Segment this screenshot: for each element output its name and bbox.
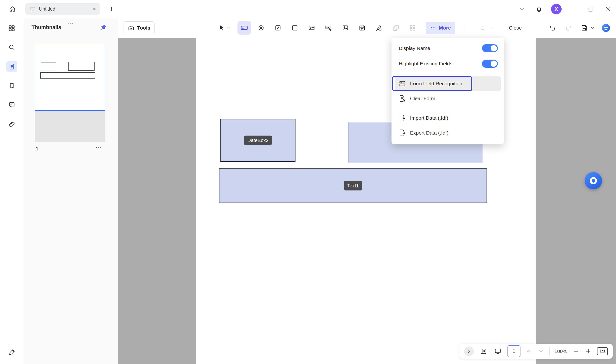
expand-statusbar-button[interactable] bbox=[464, 346, 474, 356]
presentation-mode-button[interactable] bbox=[493, 346, 503, 356]
toolbar-right-group bbox=[548, 23, 611, 33]
text-field-tool-button[interactable] bbox=[238, 21, 251, 35]
field-name-badge: Text1 bbox=[344, 181, 362, 191]
menu-item-label: Import Data (.fdf) bbox=[410, 115, 448, 121]
display-name-toggle[interactable] bbox=[482, 44, 498, 52]
home-button[interactable] bbox=[6, 3, 18, 15]
menu-divider bbox=[392, 108, 504, 108]
checkbox-tool-button[interactable] bbox=[271, 21, 285, 35]
restore-icon bbox=[588, 6, 594, 12]
next-page-button bbox=[537, 346, 545, 356]
save-button[interactable] bbox=[579, 23, 589, 33]
signature-field-tool-button[interactable] bbox=[372, 21, 386, 35]
field-list-panel-button[interactable] bbox=[479, 346, 488, 356]
account-avatar[interactable]: X bbox=[551, 4, 562, 14]
checkbox-icon bbox=[274, 24, 281, 31]
combo-box-tool-button[interactable] bbox=[305, 21, 318, 35]
align-tool-group bbox=[478, 21, 494, 35]
image-field-tool-button[interactable] bbox=[338, 21, 352, 35]
date-field-icon bbox=[359, 24, 366, 31]
left-rail bbox=[0, 18, 24, 364]
tools-button[interactable]: Tools bbox=[123, 21, 155, 34]
minimize-button[interactable] bbox=[568, 4, 579, 14]
pin-panel-button[interactable] bbox=[99, 23, 108, 32]
menu-item-form-field-recognition[interactable]: Form Field Recognition bbox=[395, 76, 501, 91]
paperclip-icon bbox=[8, 121, 15, 128]
thumbnails-panel-title: Thumbnails bbox=[31, 24, 61, 30]
window-menu-button[interactable] bbox=[516, 4, 527, 14]
radio-button-tool-button[interactable] bbox=[254, 21, 268, 35]
previous-page-button[interactable] bbox=[525, 346, 532, 356]
display-name-label: Display Name bbox=[399, 45, 430, 51]
search-button[interactable] bbox=[6, 42, 17, 53]
document-tab-icon bbox=[30, 6, 36, 12]
form-field-recognition-icon bbox=[399, 80, 406, 87]
home-icon bbox=[9, 5, 16, 13]
pen-tools-button[interactable] bbox=[6, 347, 17, 358]
menu-item-clear-form[interactable]: Clear Form bbox=[395, 91, 501, 106]
page-thumbnail[interactable] bbox=[35, 45, 105, 111]
actual-size-button[interactable]: 1:1 bbox=[597, 347, 608, 355]
bookmarks-button[interactable] bbox=[6, 80, 17, 91]
signature-field-icon bbox=[375, 24, 383, 31]
form-tools-group: OK More Close bbox=[215, 21, 522, 35]
comments-button[interactable] bbox=[6, 100, 17, 111]
bell-icon bbox=[535, 6, 543, 13]
zoom-out-button[interactable] bbox=[572, 346, 580, 356]
cursor-icon bbox=[219, 25, 225, 31]
redo-button bbox=[563, 23, 573, 33]
menu-item-export-data[interactable]: Export Data (.fdf) bbox=[395, 126, 501, 140]
field-list-icon bbox=[480, 348, 487, 355]
text-field-icon bbox=[240, 24, 248, 32]
close-form-mode-button[interactable]: Close bbox=[509, 25, 522, 31]
comment-icon bbox=[8, 101, 15, 109]
notifications-button[interactable] bbox=[534, 4, 544, 14]
select-tool-button[interactable] bbox=[215, 21, 234, 35]
thumbnails-panel-button[interactable] bbox=[6, 61, 17, 72]
thumbnails-panel: ⋯ Thumbnails 1 ... bbox=[24, 18, 118, 364]
form-field-text1[interactable]: Text1 bbox=[219, 169, 487, 203]
toolbox-icon bbox=[128, 25, 135, 31]
zoom-level-label[interactable]: 100% bbox=[554, 348, 567, 354]
align-icon bbox=[480, 24, 487, 31]
list-box-tool-button[interactable] bbox=[288, 21, 302, 35]
view-statusbar: 100% 1:1 bbox=[459, 344, 613, 359]
toolbar-divider bbox=[465, 24, 465, 32]
menu-item-label: Clear Form bbox=[410, 96, 435, 101]
push-button-tool-button[interactable]: OK bbox=[322, 21, 335, 35]
page-number-input[interactable] bbox=[507, 345, 520, 357]
zoom-in-button[interactable] bbox=[585, 346, 592, 356]
ai-assistant-icon bbox=[601, 23, 610, 32]
restore-button[interactable] bbox=[586, 4, 596, 14]
highlight-fields-toggle[interactable] bbox=[482, 60, 498, 68]
attachments-button[interactable] bbox=[6, 119, 17, 130]
thumbnail-more-button[interactable]: ... bbox=[96, 143, 102, 149]
menu-divider bbox=[392, 74, 504, 74]
apps-grid-button[interactable] bbox=[6, 23, 17, 34]
form-field-datebox2[interactable]: DateBox2 bbox=[220, 119, 295, 162]
export-data-icon bbox=[399, 129, 406, 136]
chevron-down-icon[interactable] bbox=[590, 26, 595, 30]
plus-icon bbox=[108, 6, 114, 12]
thumbnail-field-mini-3 bbox=[40, 72, 95, 78]
menu-item-label: Export Data (.fdf) bbox=[410, 130, 448, 136]
new-tab-button[interactable] bbox=[106, 4, 116, 14]
combo-box-icon bbox=[308, 24, 315, 31]
menu-row-display-name: Display Name bbox=[392, 41, 504, 56]
ai-assistant-button[interactable] bbox=[601, 23, 611, 33]
close-icon bbox=[605, 6, 611, 12]
radio-button-icon bbox=[257, 24, 265, 31]
pin-icon bbox=[100, 24, 107, 31]
undo-button[interactable] bbox=[548, 23, 557, 33]
close-window-button[interactable] bbox=[603, 4, 614, 14]
date-field-tool-button[interactable] bbox=[355, 21, 369, 35]
arrange-fields-button bbox=[406, 21, 420, 35]
list-box-icon bbox=[291, 24, 298, 31]
tab-title: Untitled bbox=[39, 6, 55, 12]
more-dropdown-menu: Display Name Highlight Existing Fields F… bbox=[392, 38, 504, 144]
more-button[interactable]: More bbox=[426, 22, 455, 34]
menu-item-import-data[interactable]: Import Data (.fdf) bbox=[395, 111, 501, 125]
save-icon bbox=[581, 24, 588, 31]
assistant-fab-button[interactable] bbox=[585, 172, 602, 189]
document-tab[interactable]: Untitled bbox=[25, 3, 100, 15]
